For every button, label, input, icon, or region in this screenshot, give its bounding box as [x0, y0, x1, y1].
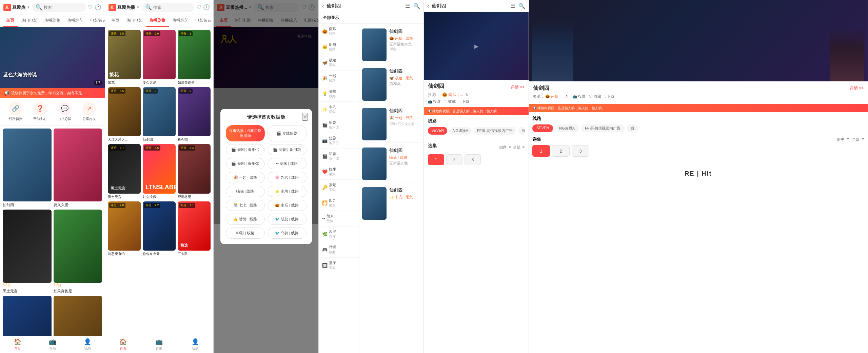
bottom-nav-profile-1[interactable]: 👤 我的 — [70, 338, 105, 351]
p6-route-seven[interactable]: SEVEN — [532, 124, 553, 132]
p4-card-1[interactable]: 仙剑四 🎃 南瓜 | 线路 更新至第20集 18集 — [362, 26, 421, 63]
app-logo-2[interactable]: 豆 豆瓣热播 ▼ — [108, 4, 140, 11]
modal-option-mengmi[interactable]: •• 萌米 | 线路 — [268, 158, 307, 169]
quick-action-route[interactable]: 🔗 线路切换 — [9, 102, 22, 121]
nav-tab-drama-1[interactable]: 热播剧集 — [41, 15, 64, 27]
modal-option-wuya[interactable]: 🐦 乌鸦 | 线路 — [268, 228, 307, 239]
banner-1[interactable]: 蓝色大海的传说 1/6 — [0, 27, 105, 88]
nav-tab-drama-2[interactable]: 热播剧集 — [146, 15, 169, 27]
modal-option-03[interactable]: 03影 | 线路 — [226, 228, 265, 239]
quick-action-help[interactable]: ❓ 帮助中心 — [33, 102, 47, 121]
search-box-1[interactable]: 🔍 — [32, 3, 86, 12]
ep-all-icon[interactable]: ≡ — [522, 145, 525, 149]
card-heitu[interactable]: 6.8分 黑土无言 — [3, 210, 52, 293]
drama-card-yaoai2[interactable]: 评分：2.0 要久久爱 — [143, 30, 176, 85]
bottom-nav-live-1[interactable]: 📺 直播 — [35, 338, 70, 351]
filter-icon-5[interactable]: ☰ — [510, 3, 515, 9]
p6-cast-icon[interactable]: 📺 投屏 — [572, 94, 586, 98]
source-yiqi[interactable]: 🎉 一起 线路 — [319, 71, 359, 86]
p6-route-auto[interactable]: 自 — [627, 124, 638, 132]
drama-card-fanhua[interactable]: 繁花 评分：8.5 繁花 — [108, 30, 141, 85]
modal-close-button[interactable]: ✕ — [302, 113, 308, 121]
source-hongniu[interactable]: ❤️ 红牛 采集 — [319, 164, 359, 180]
p6-ep-2[interactable]: 2 — [552, 145, 570, 157]
drama-card-xj2[interactable]: 评分：0 仙剑四 — [143, 87, 176, 142]
p5-detail-link[interactable]: 详情 >> — [511, 84, 525, 90]
search-input-1[interactable] — [44, 5, 82, 10]
bottom-nav-home-1[interactable]: 🏠 首页 — [0, 338, 35, 351]
panel5-video-thumb[interactable]: ▶ — [424, 12, 529, 80]
p4-card-5[interactable]: 仙剑四 ✨ 非凡 | 采集 — [362, 185, 421, 222]
nav-tab-variety-1[interactable]: 热播综艺 — [64, 15, 87, 27]
modal-option-jiuliu[interactable]: 🌸 九六 | 线路 — [268, 172, 307, 183]
p5-route-seven[interactable]: SEVEN — [428, 127, 447, 135]
p4-card-3[interactable]: 仙剑四 🎉 一起 | 线路 239.4万人次在看 — [362, 106, 421, 143]
p4-card-2[interactable]: 仙剑四 🦋 极速 | 采集 第20集 — [362, 66, 421, 103]
p6-fav-icon[interactable]: ♡ 收藏 — [589, 94, 601, 98]
source-duanju1[interactable]: 🎬 短剧 备用① — [319, 117, 359, 133]
modal-option-huzong[interactable]: 🐦 胡总 | 线路 — [268, 214, 307, 225]
p6-route-ff[interactable]: FF源-勿信视频内广告 — [581, 124, 625, 132]
p5-refresh-icon[interactable]: ↻ — [465, 93, 469, 97]
nav-tab-movie-1[interactable]: 热门电影 — [18, 15, 41, 27]
quick-action-share[interactable]: ↗ 分享好友 — [82, 102, 96, 121]
drama-card-siqi[interactable]: 评分：8.4 死期将至 — [178, 144, 211, 199]
heart-icon-1[interactable]: ♡ — [88, 4, 93, 11]
bottom-nav-live-2[interactable]: 📺 直播 — [141, 338, 177, 351]
modal-option-zanzan[interactable]: 👍 赞赞 | 线路 — [226, 214, 265, 225]
search-input-2[interactable] — [153, 5, 191, 10]
p5-route-ng[interactable]: NG逮播A — [449, 127, 472, 135]
drama-card-jintian2[interactable]: 评分：7.2 你也有今天 — [143, 201, 176, 257]
p5-download-button[interactable]: ↓ 下载 — [459, 99, 469, 104]
source-feifan[interactable]: ✨ 非凡 采集 — [319, 102, 359, 117]
modal-option-yiqi[interactable]: 🎉 一起 | 线路 — [226, 172, 265, 183]
card-yaoai[interactable]: 要久久爱 — [54, 129, 102, 208]
modal-option-nanfang[interactable]: ⭐ 南坊 | 线路 — [268, 186, 307, 197]
p6-source-name[interactable]: 🎃 南瓜 | ... — [545, 94, 565, 98]
source-mengmi[interactable]: •• 萌米 线路 — [319, 211, 359, 227]
dropdown-arrow-2[interactable]: ▼ — [136, 5, 140, 9]
ep-btn-1[interactable]: 1 — [428, 154, 444, 165]
drama-card-dajiang2[interactable]: 评分：8.5 大江大河之... — [108, 87, 141, 142]
nav-tab-movie-2[interactable]: 热门电影 — [123, 15, 146, 27]
p5-route-ff[interactable]: FF源-勿信视频内广告 — [474, 127, 516, 135]
drama-card-heitu2[interactable]: 黑土无言 评分：6.7 黑土无言 — [108, 144, 141, 199]
back-icon-4[interactable]: ‹ — [322, 3, 324, 9]
source-jisu[interactable]: 🦋 极速 采集 — [319, 55, 359, 71]
modal-option-short[interactable]: 🎬 专线短剧 — [268, 125, 307, 141]
modal-option-douban[interactable]: 豆瓣热播 | 点此切换数据源 — [226, 125, 265, 141]
nav-tab-filter-1[interactable]: 电影筛选 — [87, 15, 105, 27]
card-xianjian[interactable]: 仙剑四 — [3, 129, 52, 208]
p4-card-4[interactable]: 仙剑四 嘀嘀 | 线路 更新至20集 — [362, 145, 421, 182]
p6-all-icon[interactable]: ≡ — [862, 137, 864, 142]
source-nangua[interactable]: 🎃 南瓜 线路 — [319, 24, 359, 39]
nav-tab-filter-2[interactable]: 电影筛选 — [192, 15, 213, 27]
source-duanju3[interactable]: 🎬 短剧 备用③ — [319, 149, 359, 164]
dropdown-arrow-1[interactable]: ▼ — [27, 5, 30, 9]
ep-btn-2[interactable]: 2 — [446, 154, 462, 165]
bottom-nav-profile-2[interactable]: 👤 我的 — [177, 338, 213, 351]
p6-route-ng[interactable]: NG逮播A — [555, 124, 579, 132]
source-duanju2[interactable]: 📷 短剧 备用② — [319, 133, 359, 149]
modal-option-backup1[interactable]: 🎬 短剧 | 备用① — [226, 144, 265, 155]
ep-btn-3[interactable]: 3 — [465, 154, 481, 165]
history-icon-2[interactable]: 🕐 — [203, 4, 210, 11]
source-liangzi[interactable]: 🔲 量子 采集 — [319, 258, 359, 273]
bottom-nav-home-2[interactable]: 🏠 首页 — [105, 338, 141, 351]
p6-sort-label[interactable]: 倒序 — [837, 137, 844, 142]
p6-ep-1[interactable]: 1 — [532, 145, 550, 157]
p5-source-name[interactable]: 🎃 南瓜 | ... — [442, 92, 463, 98]
source-didi[interactable]: 💡 嘀嘀 线路 — [319, 86, 359, 102]
nav-tab-variety-2[interactable]: 热播综艺 — [169, 15, 192, 27]
filter-icon-4[interactable]: ☰ — [405, 3, 410, 9]
card-jintian[interactable]: 8.8分 你也有今天 — [3, 296, 52, 336]
source-siji[interactable]: 🎦 四九 采集 — [319, 195, 359, 211]
p6-download-icon[interactable]: ↓ 下载 — [604, 94, 615, 98]
source-nongmin[interactable]: 🌿 农民 直连 — [319, 227, 359, 242]
quick-action-qq[interactable]: 💬 加入Q群 — [58, 102, 72, 121]
source-suoni[interactable]: 🔑 索尼 采集 — [319, 180, 359, 195]
card-dajiang[interactable]: 大江大河之... — [54, 296, 102, 336]
heart-icon-2[interactable]: ♡ — [196, 4, 201, 11]
drama-card-ltnslabel[interactable]: LTNSLABEL 评分：8.5 好久没做 — [143, 144, 176, 199]
modal-option-nangua[interactable]: 🎃 南瓜 | 线路 — [268, 200, 307, 211]
